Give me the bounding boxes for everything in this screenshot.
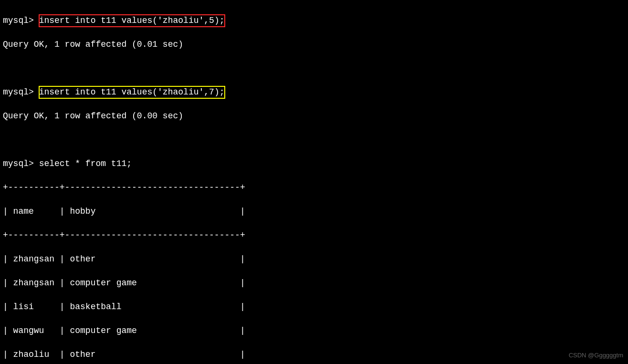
command-insert-1: insert into t11 values('zhaoliu',5); [39,15,225,27]
table-border: +----------+----------------------------… [3,182,625,194]
table-border: +----------+----------------------------… [3,229,625,241]
terminal-window[interactable]: mysql> insert into t11 values('zhaoliu',… [0,0,628,364]
terminal-line: mysql> insert into t11 values('zhaoliu',… [3,15,625,27]
terminal-line: mysql> select * from t11; [3,158,625,170]
table-row: | lisi | basketball | [3,301,625,313]
terminal-line: Query OK, 1 row affected (0.00 sec) [3,110,625,122]
terminal-line: mysql> insert into t11 values('zhaoliu',… [3,86,625,98]
table-header: | name | hobby | [3,206,625,218]
blank-line [3,62,625,74]
terminal-line: Query OK, 1 row affected (0.01 sec) [3,39,625,51]
watermark-text: CSDN @Ggggggtm [569,349,623,361]
table-row: | zhangsan | other | [3,253,625,265]
mysql-prompt: mysql> [3,159,39,168]
mysql-prompt: mysql> [3,87,39,97]
table-row: | zhaoliu | other | [3,349,625,361]
table-row: | zhangsan | computer game | [3,277,625,289]
blank-line [3,134,625,146]
command-insert-2: insert into t11 values('zhaoliu',7); [39,86,225,98]
table-row: | wangwu | computer game | [3,325,625,337]
mysql-prompt: mysql> [3,16,39,25]
command-select: select * from t11; [39,159,132,168]
